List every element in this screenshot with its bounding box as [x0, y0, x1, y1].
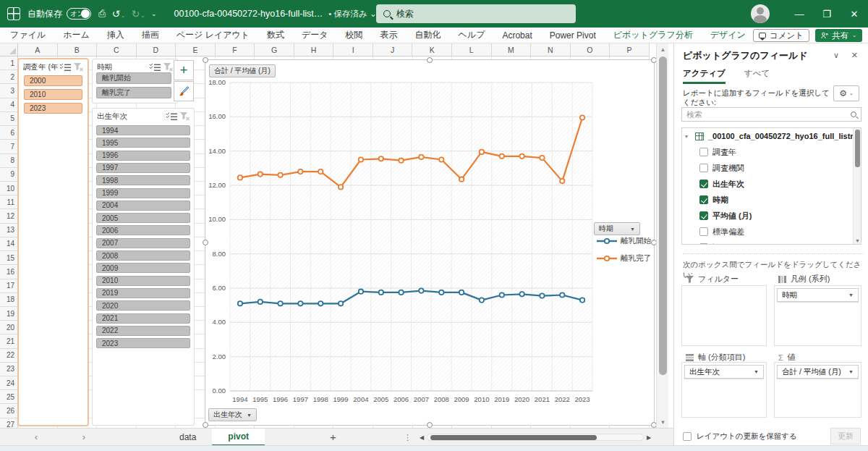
field-row-平均値 (月)[interactable]: 平均値 (月) [682, 208, 861, 224]
field-list-scrollbar[interactable]: ▼ [853, 128, 861, 244]
slicer-item-2010[interactable]: 2010 [96, 276, 190, 286]
row-header-4[interactable]: 4 [0, 98, 18, 112]
legend-field-button[interactable]: 時期▼ [594, 222, 640, 235]
ribbon-tab[interactable]: Power Pivot [550, 30, 596, 41]
legend-drop-area[interactable]: 時期▼ [774, 285, 861, 346]
row-header-23[interactable]: 23 [0, 363, 18, 376]
slicer-item-2000[interactable]: 2000 [24, 75, 82, 86]
slicer-multiselect-button[interactable] [59, 62, 72, 72]
column-header-M[interactable]: M [492, 43, 532, 56]
excel-app-icon[interactable] [7, 7, 20, 20]
slicer-clear-filter-button[interactable] [178, 111, 191, 122]
search-box[interactable]: 検索 [376, 4, 576, 23]
column-header-L[interactable]: L [452, 43, 492, 56]
slicer-item-2019[interactable]: 2019 [96, 288, 190, 298]
scroll-down-icon[interactable]: ▼ [657, 416, 669, 428]
field-checkbox-調査年[interactable] [699, 148, 708, 156]
field-row-調査年[interactable]: 調査年 [682, 144, 861, 160]
collapse-icon[interactable]: ▾ [685, 133, 691, 140]
slicer-item-1994[interactable]: 1994 [96, 125, 190, 135]
undo-button[interactable]: ↺⌄ [111, 8, 125, 20]
slicer-multiselect-button[interactable] [165, 111, 178, 122]
slicer-item-2023[interactable]: 2023 [96, 338, 190, 348]
chart-selection-handle[interactable] [651, 422, 657, 428]
field-list-scroll-down-icon[interactable]: ▼ [854, 238, 861, 243]
row-header-16[interactable]: 16 [0, 265, 18, 279]
chart-selection-handle[interactable] [427, 57, 433, 63]
row-header-6[interactable]: 6 [0, 126, 18, 140]
scroll-right-icon[interactable]: ▶ [644, 434, 654, 441]
filters-drop-area[interactable] [681, 285, 767, 346]
sheet-nav-left-icon[interactable]: ‹ [29, 431, 43, 442]
ribbon-tab[interactable]: データ [302, 29, 328, 41]
axis-field-button[interactable]: 出生年次▼ [208, 408, 257, 421]
slicer-item-離乳完了[interactable]: 離乳完了 [96, 87, 171, 98]
values-drop-area[interactable]: 合計 / 平均値 (月)▼ [774, 362, 861, 418]
file-name[interactable]: 00100-cfa-00450272-hyo16-full-list… [174, 9, 323, 19]
minimize-button[interactable]: — [786, 0, 813, 28]
scroll-up-icon[interactable]: ▲ [657, 43, 669, 55]
horizontal-scrollbar[interactable]: ◀ ▶ [417, 429, 663, 446]
legend-item-離乳開始[interactable]: 離乳開始 [596, 236, 651, 246]
row-header-27[interactable]: 27 [0, 418, 18, 428]
row-header-9[interactable]: 9 [0, 168, 18, 182]
slicer-item-2004[interactable]: 2004 [96, 201, 190, 211]
slicer-item-1997[interactable]: 1997 [96, 163, 190, 173]
select-all-corner[interactable] [0, 43, 18, 56]
chart-selection-handle[interactable] [203, 240, 208, 245]
ribbon-tab[interactable]: 数式 [267, 29, 284, 41]
slicer-item-1999[interactable]: 1999 [96, 188, 190, 198]
slicer-item-1998[interactable]: 1998 [96, 175, 190, 185]
field-checkbox-時期[interactable] [699, 195, 708, 204]
chart-styles-button[interactable] [174, 81, 194, 101]
slicer-clear-filter-button[interactable] [161, 62, 174, 72]
horizontal-scroll-thumb[interactable] [430, 435, 597, 440]
account-avatar[interactable] [751, 4, 770, 23]
pivot-chart[interactable]: 0.002.004.006.008.0010.0012.0014.0016.00… [205, 59, 655, 426]
row-header-12[interactable]: 12 [0, 209, 18, 223]
row-header-18[interactable]: 18 [0, 293, 18, 307]
slicer-item-2021[interactable]: 2021 [96, 313, 190, 324]
field-row-標準偏差[interactable]: 標準偏差 [682, 224, 861, 240]
row-header-24[interactable]: 24 [0, 376, 18, 390]
slicer-item-2006[interactable]: 2006 [96, 225, 190, 235]
ribbon-tab[interactable]: 校閲 [346, 29, 363, 41]
field-row-調査機関[interactable]: 調査機関 [682, 160, 861, 176]
restore-button[interactable]: ❐ [813, 0, 841, 28]
row-header-21[interactable]: 21 [0, 334, 18, 348]
row-header-14[interactable]: 14 [0, 237, 18, 251]
slicer-item-2005[interactable]: 2005 [96, 213, 190, 223]
ribbon-tab[interactable]: ヘルプ [459, 29, 485, 41]
field-search-input[interactable]: 検索 [681, 107, 861, 122]
scroll-left-icon[interactable]: ◀ [417, 434, 427, 441]
row-header-15[interactable]: 15 [0, 251, 18, 265]
column-header-N[interactable]: N [531, 43, 571, 56]
ribbon-tab[interactable]: Acrobat [502, 30, 532, 41]
legend-item-離乳完了[interactable]: 離乳完了 [596, 253, 651, 264]
column-header-O[interactable]: O [571, 43, 610, 56]
ribbon-tab[interactable]: ピボットグラフ分析 [613, 29, 693, 41]
field-checkbox-出生年次[interactable] [699, 180, 708, 188]
field-checkbox-調査機関[interactable] [699, 164, 708, 172]
column-header-K[interactable]: K [412, 43, 452, 56]
slicer-item-2008[interactable]: 2008 [96, 250, 190, 261]
vertical-scroll-thumb[interactable] [659, 56, 667, 375]
ribbon-tab[interactable]: ホーム [63, 29, 90, 41]
defer-layout-checkbox[interactable] [683, 432, 692, 441]
row-header-2[interactable]: 2 [0, 70, 18, 84]
column-header-D[interactable]: D [137, 43, 176, 56]
axis-drop-area[interactable]: 出生年次▼ [681, 362, 767, 418]
field-row-時期[interactable]: 時期 [682, 192, 861, 208]
slicer-item-2020[interactable]: 2020 [96, 300, 190, 311]
row-header-10[interactable]: 10 [0, 182, 18, 195]
close-button[interactable]: ✕ [841, 0, 868, 28]
comments-button[interactable]: コメント [753, 29, 809, 42]
row-header-11[interactable]: 11 [0, 195, 18, 209]
row-header-3[interactable]: 3 [0, 84, 18, 98]
ribbon-tab[interactable]: デザイン [710, 29, 746, 41]
sheet-tab-pivot[interactable]: pivot [212, 429, 265, 446]
row-header-8[interactable]: 8 [0, 154, 18, 168]
share-button[interactable]: 共有 ⌄ [815, 29, 862, 42]
chart-selection-handle[interactable] [651, 57, 657, 63]
sheet-nav-right-icon[interactable]: › [77, 431, 91, 442]
